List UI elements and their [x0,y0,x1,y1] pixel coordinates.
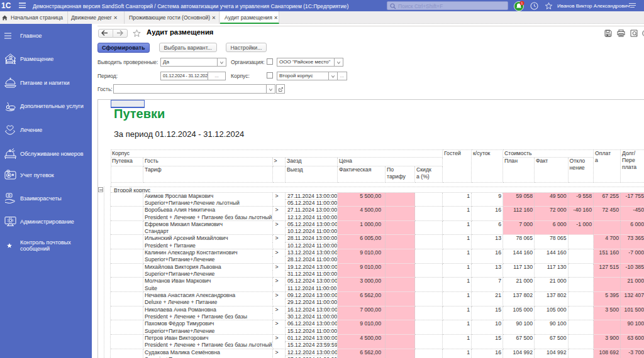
svg-text:1С: 1С [1,1,11,10]
svg-text:1: 1 [521,1,523,5]
